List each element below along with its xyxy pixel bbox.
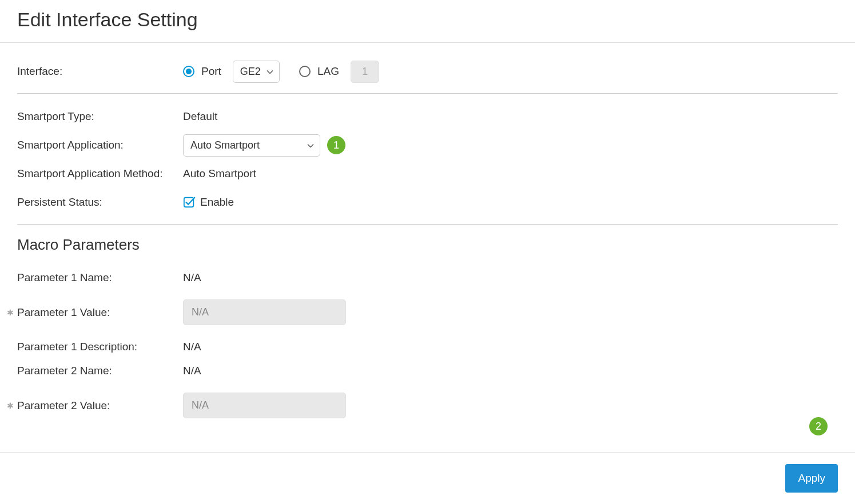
chevron-down-icon <box>307 139 314 151</box>
smartport-method-row: Smartport Application Method: Auto Smart… <box>17 162 838 185</box>
smartport-type-row: Smartport Type: Default <box>17 105 838 128</box>
smartport-app-select[interactable]: Auto Smartport <box>183 134 320 157</box>
param2-name-label: Parameter 2 Name: <box>17 365 183 377</box>
param1-desc-row: Parameter 1 Description: N/A <box>17 335 838 358</box>
callout-badge-1: 1 <box>327 136 345 154</box>
param1-desc-value: N/A <box>183 341 201 353</box>
smartport-app-value: Auto Smartport <box>190 139 260 151</box>
content-area: Interface: Port GE2 LAG 1 Smartport Type… <box>0 43 855 426</box>
param1-name-value: N/A <box>183 271 201 284</box>
param2-value-input: N/A <box>183 393 346 418</box>
param1-value-input: N/A <box>183 299 346 325</box>
smartport-app-row: Smartport Application: Auto Smartport 1 <box>17 134 838 157</box>
param1-value-label: ✱ Parameter 1 Value: <box>17 306 183 319</box>
persistent-status-row: Persistent Status: Enable <box>17 191 838 214</box>
persistent-enable-checkbox[interactable]: Enable <box>183 196 234 209</box>
macro-section-title: Macro Parameters <box>17 236 838 254</box>
interface-controls: Port GE2 LAG 1 <box>183 61 379 83</box>
persistent-enable-label: Enable <box>200 196 234 209</box>
lag-radio-label: LAG <box>317 65 339 78</box>
divider <box>17 224 838 225</box>
param1-value-row: ✱ Parameter 1 Value: N/A <box>17 299 838 325</box>
smartport-type-value: Default <box>183 110 217 123</box>
param2-value-label: ✱ Parameter 2 Value: <box>17 399 183 412</box>
callout-badge-2: 2 <box>809 417 828 435</box>
divider <box>17 93 838 94</box>
smartport-type-label: Smartport Type: <box>17 110 183 123</box>
header: Edit Interface Setting <box>0 0 855 43</box>
param2-name-value: N/A <box>183 365 201 377</box>
lag-input: 1 <box>351 61 379 83</box>
gear-icon: ✱ <box>7 401 14 410</box>
page-title: Edit Interface Setting <box>17 9 838 31</box>
param1-desc-label: Parameter 1 Description: <box>17 341 183 353</box>
lag-radio[interactable] <box>299 66 311 77</box>
footer: Apply <box>0 452 855 504</box>
interface-label: Interface: <box>17 65 183 78</box>
port-select[interactable]: GE2 <box>233 61 280 83</box>
chevron-down-icon <box>267 66 273 78</box>
port-radio-label: Port <box>201 65 221 78</box>
param1-name-row: Parameter 1 Name: N/A <box>17 266 838 289</box>
checkbox-checked-icon <box>183 196 196 209</box>
svg-rect-0 <box>184 198 194 207</box>
interface-row: Interface: Port GE2 LAG 1 <box>17 60 838 83</box>
port-radio[interactable] <box>183 66 194 77</box>
persistent-status-label: Persistent Status: <box>17 196 183 209</box>
smartport-method-value: Auto Smartport <box>183 167 256 180</box>
param1-name-label: Parameter 1 Name: <box>17 271 183 284</box>
gear-icon: ✱ <box>7 308 14 317</box>
port-select-value: GE2 <box>240 66 261 78</box>
smartport-method-label: Smartport Application Method: <box>17 167 183 180</box>
apply-button[interactable]: Apply <box>785 464 838 493</box>
param2-value-row: ✱ Parameter 2 Value: N/A <box>17 393 838 418</box>
smartport-app-label: Smartport Application: <box>17 139 183 151</box>
param2-name-row: Parameter 2 Name: N/A <box>17 359 838 382</box>
